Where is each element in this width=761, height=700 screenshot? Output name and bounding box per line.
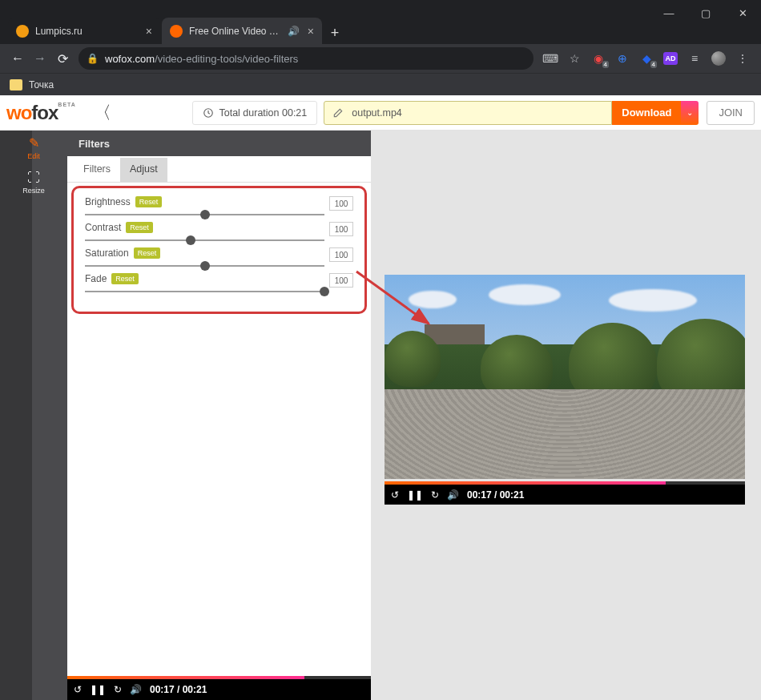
slider-contrast: ContrastReset100 — [85, 222, 353, 241]
reset-button[interactable]: Reset — [126, 222, 153, 233]
slider-value[interactable]: 100 — [329, 196, 353, 211]
slider-track[interactable] — [85, 239, 324, 241]
rewind-icon[interactable]: ↺ — [74, 684, 82, 695]
reset-button[interactable]: Reset — [134, 247, 161, 259]
adjust-sliders-group: BrightnessReset100ContrastReset100Satura… — [71, 186, 367, 314]
pause-icon[interactable]: ❚❚ — [90, 684, 106, 695]
slider-label: Contrast — [85, 222, 121, 233]
close-tab-icon[interactable]: × — [308, 25, 314, 38]
video-preview[interactable] — [385, 275, 745, 479]
favicon — [16, 25, 29, 38]
slider-track[interactable] — [85, 265, 324, 267]
reading-list-icon[interactable]: ≡ — [687, 51, 702, 66]
resize-icon: ⛶ — [27, 171, 40, 185]
pause-icon[interactable]: ❚❚ — [407, 489, 423, 501]
tab-title: Lumpics.ru — [35, 26, 143, 37]
logo-beta: BETA — [58, 102, 76, 107]
address-bar: ← → ⟳ 🔒 wofox.com/video-editing-tools/vi… — [0, 44, 761, 73]
duration-text: Total duration 00:21 — [219, 107, 307, 119]
extension-icon[interactable]: AD — [663, 52, 678, 65]
app-root: wofoxBETA 〈 Total duration 00:21 output.… — [0, 95, 761, 700]
rail-edit-button[interactable]: ✎ Edit — [0, 131, 67, 164]
favicon — [170, 25, 183, 38]
window-titlebar: Lumpics.ru × Free Online Video Filters |… — [0, 0, 761, 44]
rail-resize-button[interactable]: ⛶ Resize — [0, 166, 67, 199]
reset-button[interactable]: Reset — [135, 196, 163, 207]
tab-adjust[interactable]: Adjust — [120, 158, 167, 182]
star-icon[interactable]: ☆ — [567, 51, 582, 66]
logo[interactable]: wofoxBETA — [6, 102, 76, 124]
reset-button[interactable]: Reset — [111, 273, 139, 284]
browser-tab-wofox[interactable]: Free Online Video Filters | W… 🔊 × — [162, 18, 322, 44]
nav-back-button[interactable]: ← — [6, 47, 29, 70]
clock-icon — [203, 107, 214, 119]
url-host: wofox.com — [105, 53, 155, 65]
chrome-menu-icon[interactable]: ⋮ — [735, 51, 750, 66]
filters-panel: Filters Filters Adjust BrightnessReset10… — [67, 131, 371, 700]
time-display: 00:17 / 00:21 — [150, 684, 207, 695]
close-tab-icon[interactable]: × — [146, 25, 152, 38]
logo-part: fox — [31, 102, 58, 123]
slider-value[interactable]: 100 — [329, 222, 353, 236]
rail-label: Edit — [27, 152, 40, 160]
forward-icon[interactable]: ↻ — [431, 489, 439, 501]
filename-input[interactable]: output.mp4 — [324, 101, 612, 125]
maximize-button[interactable]: ▢ — [687, 0, 724, 26]
back-button[interactable]: 〈 — [94, 101, 111, 125]
tab-strip: Lumpics.ru × Free Online Video Filters |… — [8, 16, 346, 44]
slider-label: Fade — [85, 273, 107, 284]
lock-icon: 🔒 — [87, 53, 99, 64]
slider-saturation: SaturationReset100 — [85, 247, 353, 267]
panel-player-bar: ↺ ❚❚ ↻ 🔊 00:17 / 00:21 — [67, 679, 371, 700]
extension-icon[interactable]: ⊕ — [615, 51, 630, 66]
bookmarks-bar: Точка — [0, 73, 761, 95]
slider-thumb[interactable] — [186, 235, 195, 245]
window-controls: ― ▢ ✕ — [650, 0, 761, 26]
slider-track[interactable] — [85, 214, 324, 215]
download-button[interactable]: Download — [612, 101, 681, 125]
logo-part: wo — [6, 102, 31, 123]
edit-icon: ✎ — [29, 135, 39, 151]
tab-filters[interactable]: Filters — [74, 158, 120, 182]
minimize-button[interactable]: ― — [650, 0, 687, 26]
video-controls: ↺ ❚❚ ↻ 🔊 00:17 / 00:21 — [385, 485, 745, 505]
slider-label: Brightness — [85, 196, 131, 207]
download-menu-button[interactable]: ⌄ — [681, 101, 699, 125]
volume-icon[interactable]: 🔊 — [130, 684, 142, 695]
slider-thumb[interactable] — [200, 210, 210, 219]
new-tab-button[interactable]: + — [324, 22, 346, 44]
progress-bar[interactable] — [385, 481, 745, 485]
url-input[interactable]: 🔒 wofox.com/video-editing-tools/video-fi… — [79, 47, 534, 70]
forward-icon[interactable]: ↻ — [114, 684, 122, 695]
progress-bar[interactable] — [67, 676, 371, 679]
audio-icon[interactable]: 🔊 — [288, 26, 300, 37]
volume-icon[interactable]: 🔊 — [447, 489, 459, 501]
bookmark-item[interactable]: Точка — [29, 79, 54, 91]
filename-text: output.mp4 — [352, 107, 402, 119]
join-button[interactable]: JOIN — [707, 101, 755, 125]
panel-tabs: Filters Adjust — [67, 156, 371, 183]
time-display: 00:17 / 00:21 — [467, 489, 524, 501]
url-path: /video-editing-tools/video-filters — [155, 53, 298, 65]
duration-chip: Total duration 00:21 — [192, 101, 317, 125]
extension-icon[interactable]: ◉ — [591, 51, 606, 66]
nav-forward-button[interactable]: → — [29, 47, 51, 70]
slider-brightness: BrightnessReset100 — [85, 196, 353, 215]
edit-icon — [332, 107, 344, 119]
slider-value[interactable]: 100 — [329, 273, 353, 288]
rail-label: Resize — [22, 187, 45, 195]
rewind-icon[interactable]: ↺ — [391, 489, 399, 501]
slider-value[interactable]: 100 — [329, 247, 353, 262]
preview-stage: ↺ ❚❚ ↻ 🔊 00:17 / 00:21 — [371, 131, 761, 700]
panel-title: Filters — [67, 131, 371, 156]
slider-track[interactable] — [85, 291, 324, 292]
slider-thumb[interactable] — [200, 261, 210, 271]
nav-reload-button[interactable]: ⟳ — [51, 47, 74, 70]
profile-avatar[interactable] — [711, 51, 726, 66]
extension-icon[interactable]: ◆ — [639, 51, 654, 66]
browser-tab-lumpics[interactable]: Lumpics.ru × — [8, 18, 160, 44]
close-window-button[interactable]: ✕ — [724, 0, 761, 26]
tab-title: Free Online Video Filters | W… — [189, 26, 283, 37]
translate-icon[interactable]: ⌨ — [543, 51, 558, 66]
slider-thumb[interactable] — [320, 287, 329, 296]
